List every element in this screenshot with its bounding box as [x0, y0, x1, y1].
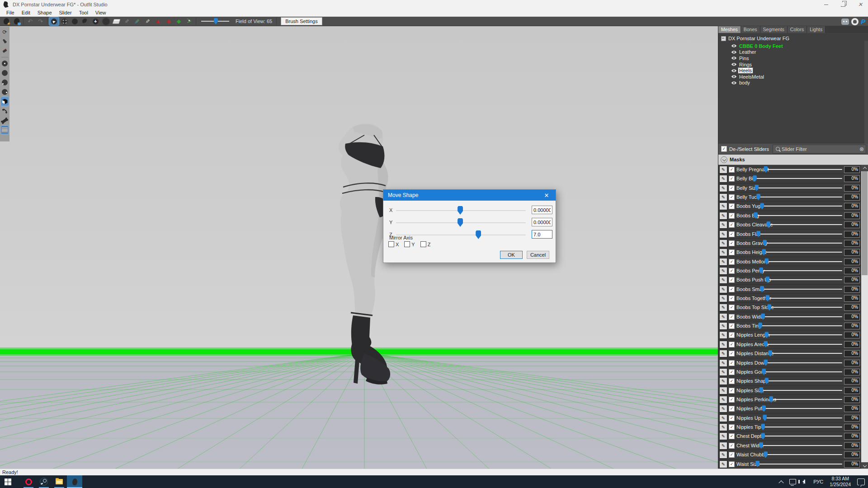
fov-slider[interactable] [201, 18, 229, 24]
flip-edge-button[interactable]: ◈ [164, 17, 173, 25]
ok-button[interactable]: OK [500, 251, 523, 259]
undiff-brush-button[interactable] [112, 17, 121, 25]
slider-value[interactable]: 0% [844, 405, 860, 412]
slider-thumb[interactable] [764, 332, 769, 338]
edit-slider-button[interactable]: ✎ [719, 350, 727, 357]
slider-track[interactable] [751, 432, 842, 441]
edit-slider-button[interactable]: ✎ [719, 423, 727, 431]
axis-slider-thumb[interactable] [476, 230, 481, 239]
deselect-sliders-checkbox[interactable]: ✓ [721, 146, 727, 152]
scroll-down-button[interactable] [861, 462, 868, 469]
slider-value[interactable]: 0% [844, 249, 860, 256]
edit-slider-button[interactable]: ✎ [719, 276, 727, 284]
dialog-close-icon[interactable]: ✕ [542, 192, 551, 199]
edit-slider-button[interactable]: ✎ [719, 295, 727, 302]
inflate-brush-button[interactable] [70, 17, 80, 25]
smooth-brush-button[interactable] [101, 17, 111, 25]
slider-track[interactable] [751, 174, 842, 183]
slider-track[interactable] [751, 230, 842, 239]
slider-thumb[interactable] [761, 424, 765, 430]
menu-shape[interactable]: Shape [34, 9, 56, 16]
edit-slider-button[interactable]: ✎ [719, 202, 727, 210]
slider-value[interactable]: 0% [844, 286, 860, 293]
tab-bones[interactable]: Bones [741, 26, 760, 33]
slider-thumb[interactable] [760, 286, 764, 292]
edit-slider-button[interactable]: ✎ [719, 432, 727, 440]
slider-checkbox[interactable]: ✓ [729, 342, 735, 347]
action-center-button[interactable] [854, 475, 868, 488]
slider-value[interactable]: 0% [844, 194, 860, 201]
tab-segments[interactable]: Segments [760, 26, 788, 33]
slider-track[interactable] [751, 275, 842, 284]
slider-value[interactable]: 0% [844, 175, 860, 182]
slider-value[interactable]: 0% [844, 341, 860, 348]
alpha-brush-button[interactable]: ✎ [143, 17, 152, 25]
clear-filter-icon[interactable]: ⊗ [859, 146, 864, 152]
slider-track[interactable] [751, 183, 842, 192]
slider-track[interactable] [751, 192, 842, 202]
slider-value[interactable]: 0% [844, 212, 860, 219]
slider-thumb[interactable] [765, 295, 769, 301]
show-vertices-button[interactable] [1, 107, 9, 115]
github-icon[interactable] [851, 18, 859, 25]
slider-checkbox[interactable]: ✓ [729, 213, 735, 219]
mesh-item-leather[interactable]: Leather [731, 49, 784, 56]
edit-slider-button[interactable]: ✎ [719, 396, 727, 404]
slider-value[interactable]: 0% [844, 369, 860, 375]
new-project-button[interactable]: ★ [1, 17, 11, 25]
edit-slider-button[interactable]: ✎ [719, 341, 727, 348]
taskbar-file-explorer[interactable] [52, 475, 67, 488]
edit-slider-button[interactable]: ✎ [719, 451, 727, 459]
slider-thumb[interactable] [764, 341, 768, 347]
edit-slider-button[interactable]: ✎ [719, 368, 727, 376]
pin-button[interactable] [1, 37, 9, 46]
tab-colors[interactable]: Colors [788, 26, 807, 33]
minimize-button[interactable] [818, 0, 834, 9]
slider-value[interactable]: 0% [844, 433, 860, 440]
slider-track[interactable] [751, 239, 842, 248]
slider-checkbox[interactable]: ✓ [729, 424, 735, 430]
slider-track[interactable] [751, 386, 842, 395]
slider-checkbox[interactable]: ✓ [729, 259, 735, 265]
split-edge-button[interactable]: ◆ [174, 17, 184, 25]
slider-thumb[interactable] [760, 203, 764, 209]
edit-slider-button[interactable]: ✎ [719, 322, 727, 330]
mesh-item-body[interactable]: body [731, 80, 784, 86]
edit-slider-button[interactable]: ✎ [719, 405, 727, 413]
edit-vertex-button[interactable] [184, 17, 194, 25]
slider-checkbox[interactable]: ✓ [729, 231, 735, 237]
slider-thumb[interactable] [766, 221, 770, 228]
mesh-tree-root[interactable]: DX Pornstar Underwear FG [721, 36, 789, 41]
edit-slider-button[interactable]: ✎ [719, 304, 727, 311]
cancel-button[interactable]: Cancel [527, 251, 549, 259]
slider-thumb[interactable] [764, 360, 768, 366]
edit-slider-button[interactable]: ✎ [719, 221, 727, 229]
edit-slider-button[interactable]: ✎ [719, 239, 727, 247]
edit-slider-button[interactable]: ✎ [719, 258, 727, 266]
menu-view[interactable]: View [92, 9, 110, 16]
restore-button[interactable] [835, 0, 851, 9]
mesh-item-pins[interactable]: Pins [731, 55, 784, 61]
mesh-item-cbbe-0-body-feet[interactable]: CBBE 0 Body Feet [731, 43, 784, 49]
slider-thumb[interactable] [756, 231, 760, 237]
network-tray-icon[interactable] [786, 475, 799, 488]
slider-track[interactable] [751, 376, 842, 385]
slider-value[interactable]: 0% [844, 415, 860, 422]
slider-thumb[interactable] [763, 240, 767, 246]
masks-section-header[interactable]: Masks [718, 155, 868, 165]
slider-thumb[interactable] [755, 185, 759, 191]
slider-thumb[interactable] [761, 433, 765, 439]
slider-checkbox[interactable]: ✓ [729, 323, 735, 329]
weight-brush-button[interactable]: ✎ [122, 17, 132, 25]
slider-thumb[interactable] [764, 378, 769, 384]
eye-icon[interactable] [731, 81, 737, 85]
falloff-solid-button[interactable] [1, 69, 9, 77]
slider-value[interactable]: 0% [844, 258, 860, 265]
axis-slider-thumb[interactable] [458, 218, 463, 227]
slider-track[interactable] [751, 441, 842, 450]
slider-track[interactable] [751, 211, 842, 220]
slider-checkbox[interactable]: ✓ [729, 240, 735, 246]
language-indicator[interactable]: РУС [810, 475, 826, 488]
slider-checkbox[interactable]: ✓ [729, 369, 735, 375]
axis-slider-thumb[interactable] [458, 206, 463, 215]
